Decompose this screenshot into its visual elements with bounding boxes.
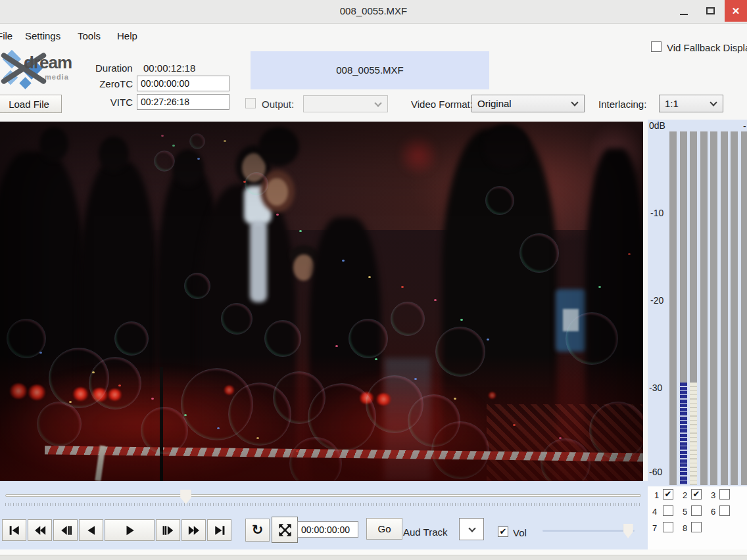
chevron-down-icon [468,525,475,532]
play-reverse-button[interactable] [79,519,103,541]
volume-slider-track[interactable] [542,530,635,532]
zerotc-label: ZeroTC [85,78,133,89]
play-icon [124,525,135,536]
meter-scale-10: -10 [650,208,663,218]
play-button[interactable] [105,519,155,541]
minimize-icon [680,14,688,15]
go-button[interactable]: Go [366,518,402,540]
app-logo: dream media [1,51,80,92]
audio-meter-level [690,383,697,485]
audio-channel-1-label: 1 [654,490,659,500]
fit-screen-button[interactable] [272,517,298,543]
loop-button[interactable]: ↻ [245,519,270,542]
audio-channel-4-label: 4 [652,507,657,517]
interlacing-select[interactable]: 1:1 [659,95,723,112]
loop-icon: ↻ [252,523,264,537]
audio-channel-6-label: 6 [711,507,715,517]
audio-meter-ch1 [669,131,677,485]
load-file-label: Load File [9,99,49,110]
vid-fallback-label: Vid Fallback Displa [667,42,747,53]
meter-scale-30: -30 [649,383,662,393]
close-button[interactable]: ✕ [725,0,747,22]
output-checkbox[interactable] [245,98,256,108]
output-label: Output: [262,99,294,110]
vitc-input[interactable] [137,94,229,110]
fast-forward-button[interactable] [181,519,206,541]
audio-meter-ch5 [710,131,717,485]
audio-meter-level [680,383,687,485]
meter-scale-20: -20 [650,295,663,306]
play-reverse-icon [85,525,97,536]
titlebar: 008_0055.MXF ✕ [0,0,747,24]
duration-label: Duration [95,62,133,74]
chevron-down-icon [374,99,381,106]
fast-forward-icon [188,525,200,536]
audio-channel-2-checkbox[interactable]: ✔ [691,489,702,500]
frame-back-button[interactable] [53,519,78,541]
audio-meter-ch6 [721,131,728,485]
video-format-label: Video Format: [411,99,473,110]
interlacing-value: 1:1 [665,98,679,109]
audio-channel-3-checkbox[interactable] [719,489,730,500]
rewind-icon [34,525,46,536]
audio-channel-1-checkbox[interactable]: ✔ [663,489,673,500]
audio-channel-8-checkbox[interactable] [691,522,702,532]
vitc-label: VITC [85,97,133,108]
go-end-button[interactable] [207,519,231,541]
audio-meter-ch4 [700,131,708,485]
audio-meter-ch8 [741,131,747,485]
menu-tools[interactable]: Tools [78,30,101,41]
load-file-button[interactable]: Load File [0,95,62,113]
zerotc-input[interactable] [137,76,229,91]
menu-file[interactable]: File [0,30,12,41]
video-format-value: Original [477,98,512,109]
seek-slider-track[interactable] [5,494,641,497]
goto-timecode-input[interactable] [297,521,358,538]
maximize-button[interactable] [698,0,722,22]
audio-channel-6-checkbox[interactable] [719,505,730,516]
close-icon: ✕ [732,5,740,17]
taskbar-edge [0,555,747,560]
meter-scale-0db: 0dB [649,120,665,131]
aud-track-label: Aud Track [403,526,448,538]
go-start-icon [9,525,20,536]
video-format-select[interactable]: Original [471,95,585,112]
vid-fallback-checkbox[interactable] [651,41,662,52]
menu-settings[interactable]: Settings [25,30,60,41]
frame-forward-button[interactable] [156,519,180,541]
chevron-down-icon [571,99,578,106]
filename-display: 008_0055.MXF [251,51,489,89]
vol-label: Vol [513,527,527,538]
menu-help[interactable]: Help [117,30,137,41]
duration-value: 00:00:12:18 [143,62,195,74]
minimize-button[interactable] [672,0,696,22]
frame-forward-icon [162,525,174,536]
video-frame [0,122,643,481]
video-vignette [0,122,643,481]
audio-meter-ch7 [731,131,738,485]
rewind-button[interactable] [28,519,52,541]
audio-channel-3-label: 3 [711,490,715,500]
frame-back-icon [60,525,72,536]
audio-channel-5-label: 5 [683,507,687,517]
meter-scale-right-fragment: - [743,121,746,131]
interlacing-label: Interlacing: [598,99,646,110]
logo-diamond [19,77,31,89]
audio-channel-7-checkbox[interactable] [663,522,673,532]
logo-subtext: media [45,73,69,81]
audio-channel-7-label: 7 [652,523,657,533]
audio-channel-5-checkbox[interactable] [691,505,702,516]
fit-screen-icon [278,523,292,537]
aud-track-select[interactable] [459,518,484,540]
go-start-button[interactable] [2,519,26,541]
audio-channel-8-label: 8 [683,523,687,533]
audio-channel-2-label: 2 [683,490,687,500]
audio-channel-4-checkbox[interactable] [663,505,673,516]
output-select[interactable] [303,95,388,112]
window-bottom-strip [0,549,747,555]
chevron-down-icon [710,99,717,106]
audio-meter-ch2 [680,131,687,485]
go-end-icon [214,525,226,536]
audio-meter-ch3 [690,131,697,485]
vol-checkbox[interactable]: ✔ [498,526,508,537]
